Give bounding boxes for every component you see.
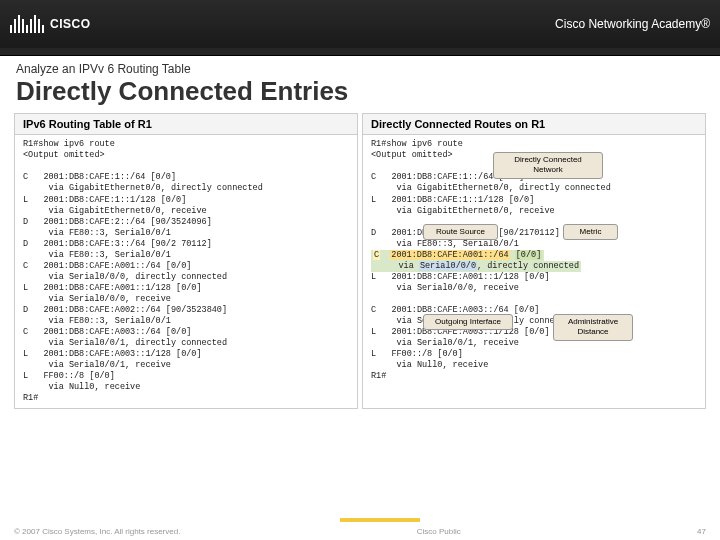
r: via Null0, receive [371,360,488,370]
l: via Serial0/0/0, directly connected [23,272,227,282]
l: L FF00::/8 [0/0] [23,371,115,381]
r: R1# [371,371,386,381]
left-panel: IPv6 Routing Table of R1 R1#show ipv6 ro… [14,113,358,409]
l: L 2001:DB8:CAFE:A003::1/128 [0/0] [23,349,202,359]
l: via FE80::3, Serial0/0/1 [23,316,171,326]
left-terminal: R1#show ipv6 route <Output omitted> C 20… [15,135,357,408]
l: via Serial0/0/1, receive [23,360,171,370]
footer-page: 47 [697,527,706,536]
right-terminal: R1#show ipv6 route <Output omitted> C 20… [363,135,705,386]
page-title: Directly Connected Entries [0,76,720,113]
l: via Serial0/0/1, directly connected [23,338,227,348]
l: D 2001:DB8:CAFE:A002::/64 [90/3523840] [23,305,227,315]
r: via Serial0/0/0, receive [371,283,519,293]
l: via FE80::3, Serial0/0/1 [23,250,171,260]
l: via Serial0/0/0, receive [23,294,171,304]
academy-text: Cisco Networking Academy® [555,17,710,31]
r: via FE80::3, Serial0/0/1 [371,239,519,249]
header-bar: CISCO Cisco Networking Academy® [0,0,720,48]
l: D 2001:DB8:CAFE:3::/64 [90/2 70112] [23,239,212,249]
cmd: R1#show ipv6 route [23,139,115,149]
r: L 2001:DB8:CAFE:1::1/128 [0/0] [371,195,534,205]
route-code: C [373,250,380,260]
route-out-if: Serial0/0/0 [419,261,477,271]
r: via GigabitEthernet0/0, directly connect… [371,183,611,193]
cisco-bars-icon [10,15,44,33]
r: L 2001:DB8:CAFE:A003::1/128 [0/0] [371,327,550,337]
r: via Serial0/0/1, directly connected [371,316,575,326]
omit: <Output omitted> [23,150,105,160]
r: C 2001:DB8:CAFE:1::/64 [0/0] [371,172,524,182]
l: L 2001:DB8:CAFE:1::1/128 [0/0] [23,195,186,205]
right-panel-title: Directly Connected Routes on R1 [363,114,705,135]
l: via GigabitEthernet0/0, receive [23,206,207,216]
r: via GigabitEthernet0/0, receive [371,206,555,216]
r: C 2001:DB8:CAFE:A003::/64 [0/0] [371,305,539,315]
highlighted-via-line: via Serial0/0/0, directly connected [371,261,581,272]
r: via Serial0/0/1, receive [371,338,519,348]
footer-copyright: © 2007 Cisco Systems, Inc. All rights re… [14,527,180,536]
cmd: R1#show ipv6 route [371,139,463,149]
header-strip [0,48,720,56]
l: C 2001:DB8:CAFE:A001::/64 [0/0] [23,261,191,271]
l: C 2001:DB8:CAFE:A003::/64 [0/0] [23,327,191,337]
brand-text: CISCO [50,17,91,31]
right-panel: Directly Connected Routes on R1 Directly… [362,113,706,409]
cisco-logo: CISCO [10,15,91,33]
omit: <Output omitted> [371,150,453,160]
r: L FF00::/8 [0/0] [371,349,463,359]
l: D 2001:DB8:CAFE:2::/64 [90/3524096] [23,217,212,227]
left-panel-title: IPv6 Routing Table of R1 [15,114,357,135]
section-title: Analyze an IPVv 6 Routing Table [0,56,720,76]
l: via Null0, receive [23,382,140,392]
content-row: IPv6 Routing Table of R1 R1#show ipv6 ro… [0,113,720,409]
route-network: 2001:DB8:CAFE:A001::/64 [390,250,509,260]
footer-class: Cisco Public [417,527,461,536]
footer: © 2007 Cisco Systems, Inc. All rights re… [0,522,720,540]
l: via GigabitEthernet0/0, directly connect… [23,183,263,193]
l: R1# [23,393,38,403]
r: L 2001:DB8:CAFE:A001::1/128 [0/0] [371,272,550,282]
highlighted-route-line: C 2001:DB8:CAFE:A001::/64 [0/0] [371,250,544,261]
l: C 2001:DB8:CAFE:1::/64 [0/0] [23,172,176,182]
r: D 2001:DB8:CAFE:3::/64 [90/2170112] [371,228,560,238]
l: L 2001:DB8:CAFE:A001::1/128 [0/0] [23,283,202,293]
l: via FE80::3, Serial0/0/1 [23,228,171,238]
route-ad: [0/0] [515,250,543,260]
